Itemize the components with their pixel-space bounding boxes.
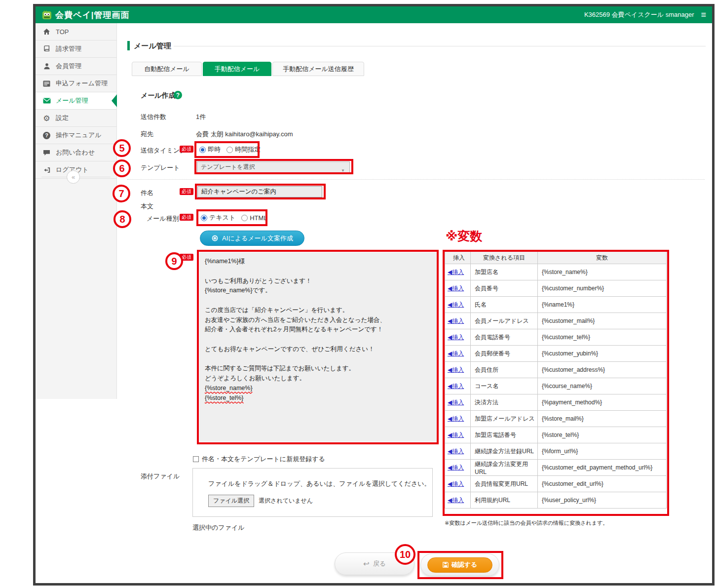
sidebar-item-settings[interactable]: ⚙ 設定 xyxy=(36,110,116,127)
insert-link[interactable]: ◀挿入 xyxy=(448,431,464,438)
variable-code-cell: {%course_name%} xyxy=(538,378,667,394)
radio-immediate[interactable] xyxy=(199,147,206,153)
insert-link[interactable]: ◀挿入 xyxy=(448,366,464,373)
insert-link[interactable]: ◀挿入 xyxy=(448,464,464,471)
sidebar-item-mail[interactable]: メール管理 xyxy=(36,92,116,110)
gear-icon: ⚙ xyxy=(42,114,51,122)
sidebar-item-contact[interactable]: お問い合わせ xyxy=(36,144,116,161)
app-logo: 会費ペイ|管理画面 xyxy=(41,9,130,21)
insert-link[interactable]: ◀挿入 xyxy=(448,285,464,292)
insert-link[interactable]: ◀挿入 xyxy=(448,350,464,357)
template-select-value: テンプレートを選択 xyxy=(201,163,255,170)
hamburger-icon[interactable]: ≡ xyxy=(701,10,706,19)
body-label: 本文 xyxy=(141,202,153,211)
insert-link[interactable]: ◀挿入 xyxy=(448,448,464,455)
required-badge: 必須 xyxy=(180,146,193,153)
variable-code-cell: {%customer_tel%} xyxy=(538,329,667,346)
variable-item-cell: 加盟店電話番号 xyxy=(471,427,538,443)
insert-link[interactable]: ◀挿入 xyxy=(448,383,464,390)
variable-code-cell: {%form_url%} xyxy=(538,443,667,460)
sidebar-item-forms[interactable]: 申込フォーム管理 xyxy=(36,75,116,92)
insert-link[interactable]: ◀挿入 xyxy=(448,317,464,324)
table-row: ◀挿入会員住所{%customer_address%} xyxy=(445,362,667,378)
variable-item-cell: 継続課金方法登録URL xyxy=(471,443,538,460)
table-row: ◀挿入決済方法{%payment_method%} xyxy=(445,394,667,411)
tab-auto-mail[interactable]: 自動配信メール xyxy=(132,62,202,76)
home-icon xyxy=(42,28,51,36)
sidebar-item-top[interactable]: TOP xyxy=(36,23,116,40)
tab-manual-mail-history[interactable]: 手動配信メール送信履歴 xyxy=(272,62,364,76)
radio-html[interactable] xyxy=(241,215,248,221)
insert-link[interactable]: ◀挿入 xyxy=(448,415,464,422)
radio-scheduled[interactable] xyxy=(226,147,233,153)
sidebar-item-members[interactable]: 会員管理 xyxy=(36,58,116,75)
sidebar-item-label: 設定 xyxy=(56,114,69,122)
annotation-number-8: 8 xyxy=(113,210,131,228)
insert-link[interactable]: ◀挿入 xyxy=(448,497,464,504)
annotation-number-5: 5 xyxy=(113,139,131,157)
file-dropzone[interactable]: ファイルをドラッグ＆ドロップ、あるいは、ファイルを選択してください。 ファイル選… xyxy=(192,468,433,517)
save-icon xyxy=(443,562,449,568)
sidebar-item-manual[interactable]: ? 操作マニュアル xyxy=(36,127,116,144)
back-arrow-icon: ↩ xyxy=(363,559,370,568)
ai-icon xyxy=(211,235,219,242)
variable-code-cell: {%customer_yubin%} xyxy=(538,346,667,362)
select-arrow-icon: ▼ xyxy=(341,165,345,176)
selected-file-label: 選択中のファイル xyxy=(192,523,245,532)
mascot-icon xyxy=(41,9,52,20)
variable-code-cell: {%store_name%} xyxy=(538,264,667,280)
mail-type-radio-group: テキスト HTML xyxy=(201,213,267,222)
ai-compose-button[interactable]: AIによるメール文案作成 xyxy=(200,231,304,246)
billing-book-icon xyxy=(42,45,51,53)
variable-code-cell: {%store_mail%} xyxy=(538,411,667,427)
insert-link[interactable]: ◀挿入 xyxy=(448,399,464,406)
mail-body-store-tel: {%store_tel%} xyxy=(205,393,244,403)
insert-link[interactable]: ◀挿入 xyxy=(448,269,464,275)
mail-body-textarea[interactable]: {%name1%}様 いつもご利用ありがとうございます！ {%store_nam… xyxy=(199,252,437,442)
account-label: K362569 会費ペイスクール smanager xyxy=(584,10,694,19)
template-select[interactable]: テンプレートを選択 ▼ xyxy=(197,161,350,173)
help-circle-icon: ? xyxy=(42,131,51,139)
table-row: ◀挿入加盟店電話番号{%store_tel%} xyxy=(445,427,667,443)
help-icon[interactable]: ? xyxy=(174,91,182,99)
table-row: ◀挿入加盟店名{%store_name%} xyxy=(445,264,667,280)
collapse-sidebar-button[interactable]: « xyxy=(67,170,80,184)
table-header-row: 挿入 変換される項目 変数 xyxy=(445,252,667,264)
variable-code-cell: {%customer_number%} xyxy=(538,280,667,297)
active-item-arrow xyxy=(112,94,117,107)
dropzone-text: ファイルをドラッグ＆ドロップ、あるいは、ファイルを選択してください。 xyxy=(208,479,431,488)
radio-text[interactable] xyxy=(201,215,207,221)
mail-type-label: メール種別 xyxy=(147,214,179,223)
template-register-checkbox[interactable] xyxy=(193,456,199,462)
send-count-value: 1件 xyxy=(196,113,206,121)
dotted-separator xyxy=(127,179,705,180)
radio-scheduled-label: 時間指定 xyxy=(235,145,261,154)
sidebar-item-label: 申込フォーム管理 xyxy=(56,79,108,88)
confirm-button[interactable]: 確認する xyxy=(427,557,492,573)
insert-link[interactable]: ◀挿入 xyxy=(448,301,464,308)
insert-link[interactable]: ◀挿入 xyxy=(448,334,464,341)
variable-item-cell: 会員住所 xyxy=(471,362,538,378)
subject-label: 件名 xyxy=(141,189,153,197)
back-button-label: 戻る xyxy=(373,559,386,568)
template-register-label: 件名・本文をテンプレートに新規登録する xyxy=(202,455,325,464)
annotation-number-9: 9 xyxy=(165,252,183,270)
file-select-button[interactable]: ファイル選択 xyxy=(208,495,254,507)
timing-radio-group: 即時 時間指定 xyxy=(199,145,261,154)
sidebar-item-label: 操作マニュアル xyxy=(56,131,102,140)
variable-item-cell: 加盟店名 xyxy=(471,264,538,280)
recipient-label: 宛先 xyxy=(141,130,153,139)
subject-input[interactable]: 紹介キャンペーンのご案内 xyxy=(197,186,322,197)
variable-code-cell: {%customer_mail%} xyxy=(538,313,667,329)
sidebar-item-label: お問い合わせ xyxy=(56,148,95,157)
mail-body-store-name: {%store_name%} xyxy=(205,384,253,393)
variable-item-cell: 加盟店メールアドレス xyxy=(471,411,538,427)
title-rule xyxy=(174,46,706,46)
tab-manual-mail[interactable]: 手動配信メール xyxy=(203,62,271,76)
top-bar: 会費ペイ|管理画面 K362569 会費ペイスクール smanager ≡ xyxy=(36,6,712,23)
annotation-number-6: 6 xyxy=(113,159,131,177)
confirm-button-capsule: 確認する xyxy=(420,553,499,576)
insert-link[interactable]: ◀挿入 xyxy=(448,480,464,487)
sidebar-item-billing[interactable]: 請求管理 xyxy=(36,40,116,58)
variable-code-cell: {%user_policy_url%} xyxy=(538,492,667,509)
